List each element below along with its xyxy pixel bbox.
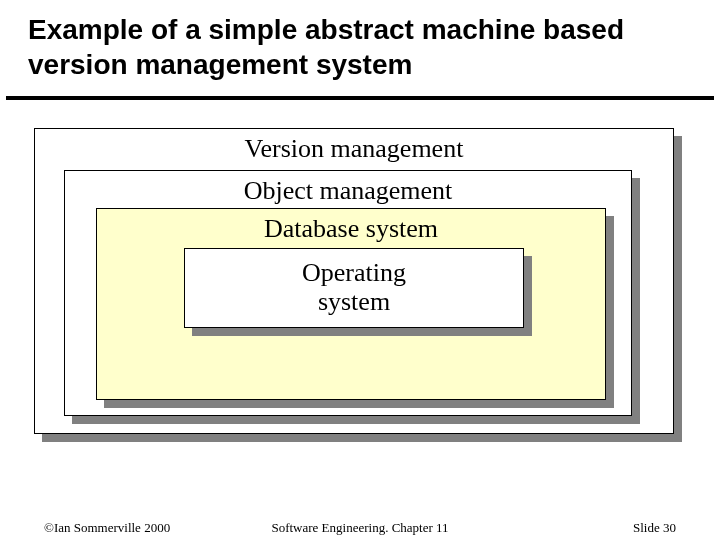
slide-title: Example of a simple abstract machine bas… xyxy=(28,12,692,82)
layer-4-label: Operatingsystem xyxy=(185,259,523,316)
footer-chapter: Software Engineering. Chapter 11 xyxy=(0,520,720,536)
layered-diagram: Version management Object management Dat… xyxy=(34,128,686,444)
slide-title-area: Example of a simple abstract machine bas… xyxy=(0,0,720,90)
layer-3-label: Database system xyxy=(97,215,605,244)
slide: Example of a simple abstract machine bas… xyxy=(0,0,720,540)
layer-2-label: Object management xyxy=(65,177,631,206)
title-underline xyxy=(6,96,714,100)
layer-1-label: Version management xyxy=(35,135,673,164)
layer-operating-system: Operatingsystem xyxy=(184,248,524,328)
footer-slide-number: Slide 30 xyxy=(633,520,676,536)
